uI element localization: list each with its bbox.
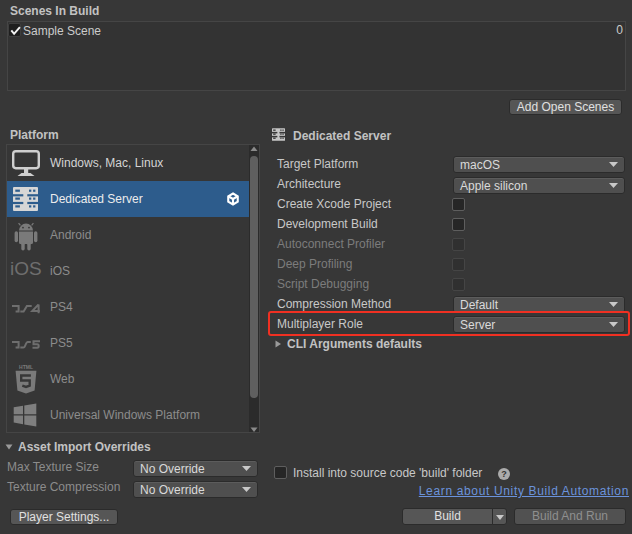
svg-text:HTML: HTML	[19, 364, 33, 370]
